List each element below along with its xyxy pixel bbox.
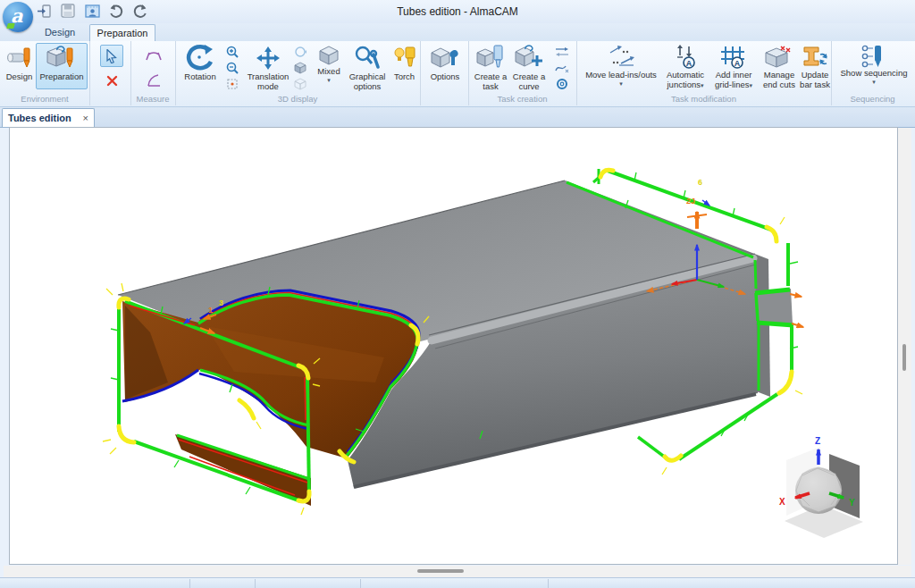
show-sequencing-button[interactable]: Show sequencing ▾ xyxy=(835,43,912,86)
ribbon-tab-strip: Design Preparation xyxy=(0,23,915,41)
sequencing-icon xyxy=(836,44,911,69)
horizontal-scrollbar[interactable] xyxy=(4,566,911,577)
group-task-creation: Create a task Create a curve Task creati… xyxy=(468,41,577,105)
group-environment: Design Preparation Environment xyxy=(0,41,90,105)
options-button[interactable]: Options xyxy=(424,43,466,83)
group-task-modification: Move lead-ins/outs ▾ A Automatic junctio… xyxy=(576,41,832,105)
group-sequencing: Show sequencing ▾ Sequencing xyxy=(831,41,914,105)
rotation-button[interactable]: Rotation xyxy=(179,43,222,83)
curve-squiggle-icon xyxy=(555,63,569,73)
auto-junctions-dropdown-arrow[interactable]: ▾ xyxy=(701,82,704,88)
options-cube-wrench-icon xyxy=(425,44,465,72)
end-lead-id-label: 2J xyxy=(686,197,695,206)
mixed-dropdown-arrow[interactable]: ▾ xyxy=(312,77,346,83)
solid-cube-icon xyxy=(294,62,306,74)
zoom-out-button[interactable] xyxy=(223,59,241,76)
design-button[interactable]: Design xyxy=(2,43,37,83)
move-lead-ins-icon xyxy=(581,44,661,71)
zoom-out-icon xyxy=(226,62,239,74)
exit-icon[interactable] xyxy=(36,3,52,19)
zoom-in-icon xyxy=(226,46,239,58)
create-task-icon xyxy=(472,44,509,72)
update-bar-task-button[interactable]: Update bar task xyxy=(799,43,831,90)
close-icon[interactable]: × xyxy=(80,113,88,123)
zoom-fit-icon xyxy=(226,78,239,90)
lead-arrows-button[interactable] xyxy=(550,43,574,60)
preparation-button[interactable]: Preparation xyxy=(36,43,88,89)
manage-end-cuts-button[interactable]: Manage end cuts xyxy=(759,43,800,90)
ribbon: Design Preparation Environment Measure xyxy=(0,41,915,107)
view-cube[interactable]: Z X Y xyxy=(779,436,863,538)
measure-angle-button[interactable] xyxy=(142,69,165,91)
measure-distance-button[interactable] xyxy=(142,45,165,66)
rotate-view-icon xyxy=(294,46,306,58)
tab-preparation[interactable]: Preparation xyxy=(89,24,155,42)
red-x-icon xyxy=(106,75,118,87)
grid-lines-dropdown-arrow[interactable]: ▾ xyxy=(750,82,753,88)
wireframe-view-button[interactable] xyxy=(291,75,309,92)
vertical-scrollbar-thumb[interactable] xyxy=(902,344,906,371)
session-icon[interactable] xyxy=(84,3,100,19)
delete-selection-button[interactable] xyxy=(100,70,123,91)
circle-tool-button[interactable] xyxy=(550,75,574,92)
mixed-button[interactable]: Mixed ▾ xyxy=(311,43,347,84)
torch-icon xyxy=(390,44,419,72)
lead-arrows-icon xyxy=(554,46,570,57)
save-icon[interactable] xyxy=(60,3,76,19)
group-options: Options xyxy=(420,41,469,105)
donut-icon xyxy=(556,78,568,90)
svg-text:A: A xyxy=(735,59,741,68)
almacam-logo-icon[interactable]: a xyxy=(3,2,33,32)
sequencing-dropdown-arrow[interactable]: ▾ xyxy=(836,79,911,85)
translation-mode-button[interactable]: Translation mode xyxy=(243,43,293,92)
update-bar-task-icon xyxy=(800,44,830,71)
solid-view-button[interactable] xyxy=(291,59,309,76)
curve-tool-button[interactable] xyxy=(550,59,574,76)
quick-access-toolbar xyxy=(36,3,148,21)
rotate-view-button[interactable] xyxy=(291,43,309,60)
group-selection xyxy=(89,41,131,105)
torch-button[interactable]: Torch xyxy=(389,43,420,83)
move-lead-dropdown-arrow[interactable]: ▾ xyxy=(581,80,661,87)
axis-x-label: X xyxy=(779,497,785,507)
axis-y-label: Y xyxy=(849,498,855,508)
group-3d-display: Rotation Translation mode xyxy=(175,41,421,105)
redo-icon[interactable] xyxy=(132,3,148,19)
cursor-icon xyxy=(105,49,118,63)
manage-end-cuts-icon xyxy=(760,44,799,71)
select-cursor-button[interactable] xyxy=(100,45,123,67)
vertical-scrollbar[interactable] xyxy=(898,128,911,565)
end-contour-id-label: 6 xyxy=(698,178,702,187)
horizontal-scrollbar-thumb[interactable] xyxy=(417,569,464,573)
almacam-window: { "window": { "title": "Tubes edition - … xyxy=(0,0,915,588)
automatic-junctions-button[interactable]: A Automatic junctions▾ xyxy=(662,43,709,91)
svg-text:A: A xyxy=(686,59,693,68)
graphical-options-button[interactable]: Graphical options xyxy=(345,43,390,92)
move-lead-ins-outs-button[interactable]: Move lead-ins/outs ▾ xyxy=(580,43,662,88)
add-inner-grid-lines-button[interactable]: A Add inner grid-lines▾ xyxy=(709,43,759,91)
create-curve-icon xyxy=(510,44,548,72)
create-curve-button[interactable]: Create a curve xyxy=(509,43,549,92)
lead-id-label: 1 xyxy=(208,306,213,315)
measure-distance-icon xyxy=(145,49,163,62)
undo-icon[interactable] xyxy=(108,3,124,19)
tube-design-icon xyxy=(3,44,36,72)
measure-angle-icon xyxy=(147,73,162,88)
rotation-icon xyxy=(180,44,221,72)
create-task-button[interactable]: Create a task xyxy=(471,43,510,92)
tab-design[interactable]: Design xyxy=(30,24,89,41)
zoom-in-button[interactable] xyxy=(223,43,241,60)
graphical-options-icon xyxy=(346,44,389,72)
zoom-fit-button[interactable] xyxy=(223,75,241,92)
translation-icon xyxy=(244,44,292,72)
group-measure: Measure xyxy=(130,41,176,105)
mixed-view-icon xyxy=(312,44,346,67)
axis-z-label: Z xyxy=(815,436,820,446)
document-tab-bar: Tubes edition × xyxy=(0,107,915,128)
automatic-junctions-icon: A xyxy=(663,44,708,71)
grid-lines-icon: A xyxy=(709,44,758,71)
wireframe-cube-icon xyxy=(294,78,306,90)
document-tab-tubes-edition[interactable]: Tubes edition × xyxy=(2,108,95,127)
status-bar xyxy=(0,577,915,588)
cube-preparation-icon xyxy=(37,44,87,72)
